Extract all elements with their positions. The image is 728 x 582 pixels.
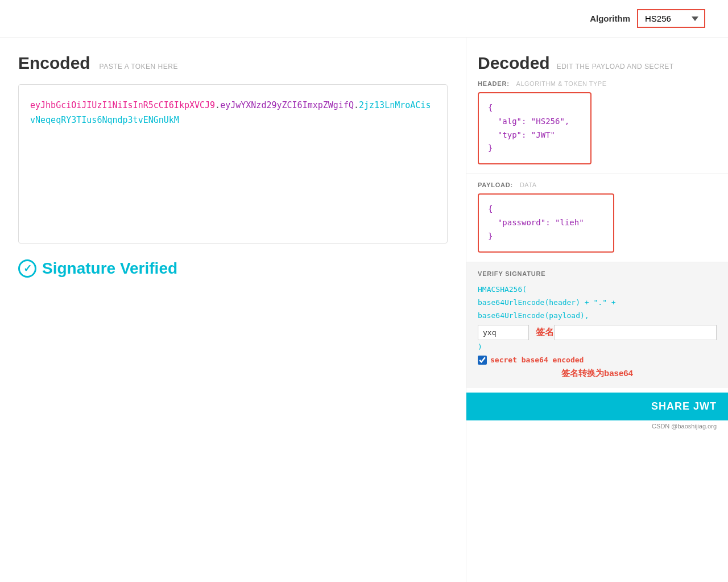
secret-input-2[interactable] [554, 325, 717, 340]
closing-brace: ) [478, 342, 482, 351]
secret-checkbox-label: secret base64 encoded [490, 356, 584, 364]
header-code: { "alg": "HS256", "typ": "JWT"} [488, 103, 569, 152]
signature-verified-label: Signature Verified [42, 259, 177, 278]
verify-section: VERIFY SIGNATURE HMACSHA256( base64UrlEn… [466, 262, 728, 388]
closing-row: ) [478, 342, 717, 351]
secret-checkbox-row: secret base64 encoded [478, 356, 717, 365]
header-section-desc: ALGORITHM & TOKEN TYPE [516, 80, 607, 87]
left-panel: Encoded PASTE A TOKEN HERE eyJhbGciOiJIU… [0, 38, 466, 582]
verify-line3: base64UrlEncode(payload), [478, 311, 589, 320]
share-label: SHARE JWT [651, 401, 717, 412]
algorithm-label: Algorithm [590, 14, 630, 23]
header-section: HEADER: ALGORITHM & TOKEN TYPE { "alg": … [466, 73, 728, 174]
payload-section-wrapper: { "password": "lieh"} payload [478, 193, 717, 252]
csdn-footer: CSDN @baoshijiag.org [466, 420, 728, 432]
signature-verified-row: ✓ Signature Verified [18, 259, 448, 278]
header-code-box[interactable]: { "alg": "HS256", "typ": "JWT"} [478, 92, 592, 164]
encoded-subtitle: PASTE A TOKEN HERE [100, 63, 178, 71]
decoded-title-row: Decoded EDIT THE PAYLOAD AND SECRET [466, 38, 728, 73]
check-circle-icon: ✓ [18, 259, 36, 278]
decoded-subtitle: EDIT THE PAYLOAD AND SECRET [557, 63, 674, 71]
payload-section-label: PAYLOAD: [478, 181, 513, 188]
payload-section-desc: DATA [520, 181, 537, 188]
header-label-row: HEADER: ALGORITHM & TOKEN TYPE [478, 79, 717, 88]
token-dot1: . [215, 100, 220, 110]
encoded-textarea[interactable]: eyJhbGciOiJIUzI1NiIsInR5cCI6IkpXVCJ9.eyJ… [18, 84, 448, 243]
decoded-title: Decoded [478, 53, 550, 73]
encoded-title: Encoded [18, 53, 90, 72]
top-bar: Algorithm HS256 HS384 HS512 RS256 [0, 0, 728, 38]
token-part2: eyJwYXNzd29yZCI6ImxpZWgifQ [220, 100, 354, 110]
encoded-title-row: Encoded PASTE A TOKEN HERE [18, 53, 448, 73]
payload-label-row: PAYLOAD: DATA [478, 180, 717, 189]
right-panel: Decoded EDIT THE PAYLOAD AND SECRET HEAD… [466, 38, 728, 582]
algorithm-select[interactable]: HS256 HS384 HS512 RS256 [637, 9, 705, 28]
secret-input[interactable] [478, 325, 529, 340]
secret-input-row: 签名 [478, 325, 717, 340]
sign-annotation: 签名 [536, 327, 554, 339]
sign-convert-annotation: 签名转换为base64 [478, 368, 717, 379]
verify-code: HMACSHA256( base64UrlEncode(header) + ".… [478, 283, 717, 323]
payload-code-box[interactable]: { "password": "lieh"} [478, 193, 614, 252]
share-bar[interactable]: SHARE JWT [466, 393, 728, 420]
payload-code: { "password": "lieh"} [488, 204, 584, 241]
main-content: Encoded PASTE A TOKEN HERE eyJhbGciOiJIU… [0, 38, 728, 582]
header-section-label: HEADER: [478, 80, 510, 87]
token-dot2: . [354, 100, 359, 110]
header-section-wrapper: { "alg": "HS256", "typ": "JWT"} header [478, 92, 717, 164]
verify-label: VERIFY SIGNATURE [478, 270, 717, 277]
verify-line1: HMACSHA256( [478, 285, 527, 294]
verify-line2: base64UrlEncode(header) + "." + [478, 298, 616, 307]
token-part1: eyJhbGciOiJIUzI1NiIsInR5cCI6IkpXVCJ9 [30, 100, 215, 110]
payload-section: PAYLOAD: DATA { "password": "lieh"} payl… [466, 174, 728, 262]
secret-base64-checkbox[interactable] [478, 356, 487, 365]
